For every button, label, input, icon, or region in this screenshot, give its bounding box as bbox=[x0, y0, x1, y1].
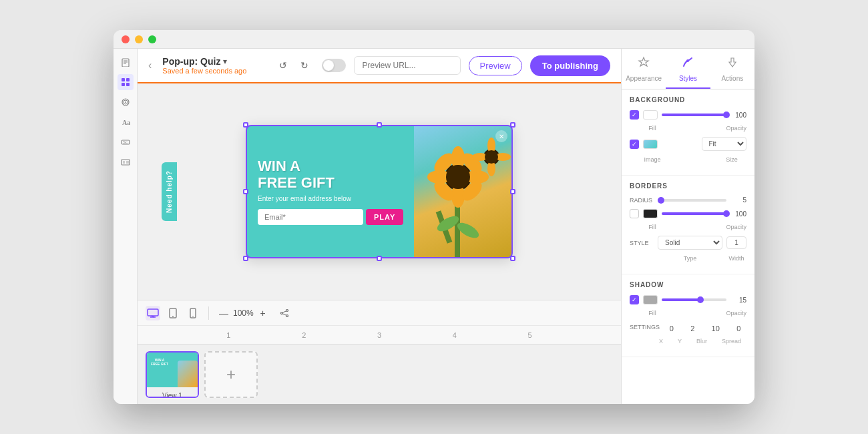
tab-styles[interactable]: Styles bbox=[666, 49, 710, 89]
svg-rect-5 bbox=[126, 78, 130, 81]
border-opacity-slider[interactable] bbox=[662, 212, 726, 215]
thumbnail-view1[interactable]: WIN AFREE GIFT View 1 bbox=[146, 351, 199, 398]
y-label: Y bbox=[678, 338, 682, 345]
tab-appearance[interactable]: Appearance bbox=[622, 49, 666, 89]
publish-button[interactable]: To publishing bbox=[530, 55, 610, 76]
page-3[interactable]: 3 bbox=[377, 331, 381, 339]
opacity-label3: Opacity bbox=[726, 310, 746, 316]
redo-button[interactable]: ↻ bbox=[295, 56, 314, 75]
resize-handle-tl[interactable] bbox=[243, 122, 248, 128]
style-label-row: Type Width bbox=[630, 255, 746, 262]
page-4[interactable]: 4 bbox=[453, 331, 457, 339]
divider bbox=[208, 306, 209, 320]
shadow-color-swatch[interactable] bbox=[643, 295, 658, 304]
svg-point-10 bbox=[125, 101, 126, 103]
svg-point-46 bbox=[280, 312, 282, 314]
fill-label-row: Fill Opacity bbox=[630, 125, 746, 132]
blur-label: Blur bbox=[696, 338, 707, 345]
page-1[interactable]: 1 bbox=[226, 331, 230, 339]
thumb-mini-flower bbox=[178, 361, 198, 387]
sidebar-icon-target[interactable] bbox=[118, 94, 134, 110]
resize-handle-bl[interactable] bbox=[243, 256, 248, 261]
appearance-icon bbox=[637, 55, 650, 72]
page-2[interactable]: 2 bbox=[302, 331, 306, 339]
preview-button[interactable]: Preview bbox=[469, 56, 522, 75]
tab-actions[interactable]: Actions bbox=[710, 49, 754, 89]
image-swatch[interactable] bbox=[643, 140, 658, 149]
main-area: ‹ Pop-up: Quiz ▾ Saved a few seconds ago… bbox=[138, 49, 621, 404]
top-bar: ‹ Pop-up: Quiz ▾ Saved a few seconds ago… bbox=[138, 49, 621, 83]
play-button[interactable]: PLAY bbox=[366, 209, 403, 225]
zoom-in-button[interactable]: + bbox=[256, 306, 270, 320]
popup-image bbox=[414, 126, 511, 257]
popup-form: PLAY bbox=[258, 209, 403, 225]
resize-handle-tr[interactable] bbox=[510, 122, 515, 128]
setting-x: 0 bbox=[670, 324, 674, 333]
shadow-opacity-slider[interactable] bbox=[662, 298, 726, 301]
border-checkbox[interactable] bbox=[630, 209, 639, 218]
resize-handle-tm[interactable] bbox=[377, 122, 382, 128]
sidebar-icon-elements[interactable] bbox=[118, 74, 134, 90]
fill-label: Fill bbox=[643, 125, 662, 132]
minimize-button[interactable] bbox=[135, 35, 143, 43]
resize-handle-bm[interactable] bbox=[377, 256, 382, 261]
radius-value: 5 bbox=[730, 196, 746, 204]
shadow-section: SHADOW 15 Fill Opacity bbox=[622, 274, 754, 357]
border-color-swatch[interactable] bbox=[643, 209, 658, 218]
setting-y: 2 bbox=[690, 324, 694, 333]
svg-text:Sc: Sc bbox=[123, 140, 128, 144]
resize-handle-br[interactable] bbox=[510, 256, 515, 261]
popup-close-button[interactable]: ✕ bbox=[495, 130, 507, 142]
canvas-area: Need help? WIN A FREE GIFT Enter your em… bbox=[138, 83, 621, 404]
share-button[interactable] bbox=[278, 306, 291, 320]
email-input[interactable] bbox=[258, 209, 363, 225]
mobile-device-button[interactable] bbox=[186, 306, 200, 320]
size-select[interactable]: Fit bbox=[702, 137, 747, 151]
preview-url-input[interactable] bbox=[354, 56, 461, 75]
title-dropdown-icon[interactable]: ▾ bbox=[223, 57, 227, 66]
radius-label: RADIUS bbox=[630, 197, 654, 204]
desktop-device-button[interactable] bbox=[146, 306, 160, 320]
fill-opacity-slider[interactable] bbox=[662, 114, 726, 116]
close-button[interactable] bbox=[122, 35, 130, 43]
sidebar-icon-input[interactable]: Sc bbox=[118, 134, 134, 150]
shadow-label-row: Fill Opacity bbox=[630, 310, 746, 316]
undo-button[interactable]: ↺ bbox=[274, 56, 292, 75]
back-button[interactable]: ‹ bbox=[148, 59, 152, 71]
thumb-preview-1: WIN AFREE GIFT bbox=[147, 353, 198, 387]
type-label: Type bbox=[658, 255, 722, 262]
tab-appearance-label: Appearance bbox=[626, 75, 662, 82]
zoom-out-button[interactable]: — bbox=[217, 306, 230, 320]
resize-handle-ml[interactable] bbox=[243, 189, 248, 194]
toggle-switch[interactable] bbox=[322, 59, 346, 72]
sidebar-icon-media[interactable] bbox=[118, 154, 134, 170]
image-checkbox[interactable] bbox=[630, 140, 639, 149]
tablet-device-button[interactable] bbox=[166, 306, 180, 320]
popup-headline: WIN A FREE GIFT bbox=[258, 158, 403, 190]
tab-styles-label: Styles bbox=[679, 75, 697, 82]
resize-handle-mr[interactable] bbox=[510, 189, 515, 194]
border-width-input[interactable] bbox=[726, 236, 746, 249]
shadow-title: SHADOW bbox=[630, 281, 746, 288]
fullscreen-button[interactable] bbox=[148, 35, 156, 43]
page-5[interactable]: 5 bbox=[528, 331, 532, 339]
need-help-button[interactable]: Need help? bbox=[162, 162, 177, 221]
sidebar-icon-text[interactable]: Aa bbox=[118, 114, 134, 130]
thumbnail-add-button[interactable]: + bbox=[204, 351, 258, 398]
border-type-select[interactable]: Solid bbox=[658, 236, 722, 250]
radius-slider[interactable] bbox=[658, 199, 726, 202]
thumbnail-strip: WIN AFREE GIFT View 1 + bbox=[138, 344, 621, 404]
shadow-row: 15 bbox=[630, 295, 746, 304]
canvas-main[interactable]: Need help? WIN A FREE GIFT Enter your em… bbox=[138, 83, 621, 300]
fill-checkbox[interactable] bbox=[630, 110, 639, 120]
sidebar-icon-pages[interactable] bbox=[118, 54, 134, 70]
fill-color-swatch[interactable] bbox=[643, 110, 658, 120]
shadow-checkbox[interactable] bbox=[630, 295, 639, 304]
popup-element[interactable]: WIN A FREE GIFT Enter your email address… bbox=[246, 125, 513, 258]
panel-tabs: Appearance Styles bbox=[622, 49, 754, 89]
tab-actions-label: Actions bbox=[721, 75, 743, 82]
svg-rect-4 bbox=[122, 78, 125, 81]
svg-point-44 bbox=[286, 309, 288, 311]
spread-label: Spread bbox=[722, 338, 741, 345]
styles-icon bbox=[681, 55, 694, 72]
